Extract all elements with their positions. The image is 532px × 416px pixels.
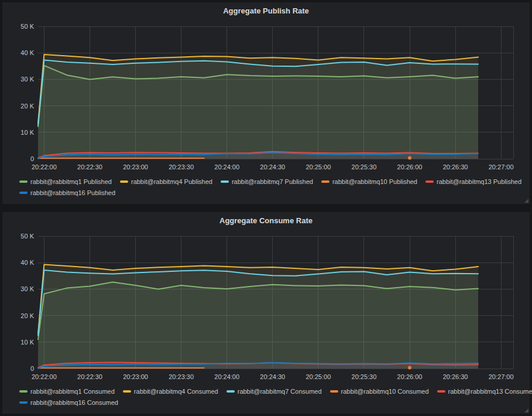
legend-color-swatch-icon — [226, 390, 235, 393]
legend-item[interactable]: rabbit@rabbitmq10 Consumed — [330, 388, 429, 395]
legend-item[interactable]: rabbit@rabbitmq16 Consumed — [19, 399, 118, 406]
legend-label: rabbit@rabbitmq4 Consumed — [134, 388, 218, 395]
legend-item[interactable]: rabbit@rabbitmq13 Published — [425, 178, 521, 185]
x-tick-label: 20:25:30 — [341, 163, 387, 171]
legend-item[interactable]: rabbit@rabbitmq7 Consumed — [226, 388, 322, 395]
legend-label: rabbit@rabbitmq16 Consumed — [30, 399, 118, 406]
legend-item[interactable]: rabbit@rabbitmq1 Consumed — [19, 388, 115, 395]
legend-color-swatch-icon — [321, 180, 330, 183]
legend-label: rabbit@rabbitmq10 Consumed — [341, 388, 429, 395]
legend-label: rabbit@rabbitmq7 Consumed — [238, 388, 322, 395]
legend-label: rabbit@rabbitmq7 Published — [232, 178, 313, 185]
legend-color-swatch-icon — [19, 180, 28, 183]
x-tick-label: 20:24:30 — [249, 373, 296, 381]
y-tick-label: 10 K — [2, 129, 34, 137]
legend-item[interactable]: rabbit@rabbitmq1 Published — [19, 178, 112, 185]
panel-title[interactable]: Aggregate Publish Rate — [2, 6, 530, 15]
x-tick-label: 20:25:00 — [295, 373, 342, 381]
legend-row: rabbit@rabbitmq16 Published — [19, 189, 526, 196]
legend-label: rabbit@rabbitmq16 Published — [30, 189, 115, 196]
x-tick-label: 20:23:30 — [158, 163, 205, 171]
series-area — [38, 270, 478, 369]
legend-color-swatch-icon — [19, 401, 28, 404]
legend-color-swatch-icon — [330, 390, 338, 393]
y-tick-label: 30 K — [2, 76, 34, 83]
legend-row: rabbit@rabbitmq1 Consumedrabbit@rabbitmq… — [19, 388, 526, 395]
legend-color-swatch-icon — [425, 180, 434, 183]
series-area — [38, 60, 478, 159]
x-tick-label: 20:24:00 — [204, 373, 250, 381]
time-series-chart[interactable] — [38, 26, 513, 162]
legend-color-swatch-icon — [123, 390, 131, 393]
legend-label: rabbit@rabbitmq1 Consumed — [30, 388, 115, 395]
x-tick-label: 20:24:00 — [204, 163, 250, 171]
x-tick-label: 20:26:00 — [386, 373, 433, 381]
y-tick-label: 40 K — [2, 49, 34, 57]
legend-color-swatch-icon — [120, 180, 128, 183]
panel-resize-handle[interactable] — [524, 199, 528, 203]
legend-color-swatch-icon — [221, 180, 229, 183]
legend-row: rabbit@rabbitmq16 Consumed — [19, 399, 526, 406]
legend-label: rabbit@rabbitmq1 Published — [30, 178, 112, 185]
legend-item[interactable]: rabbit@rabbitmq13 Consumed — [437, 388, 532, 395]
x-tick-label: 20:26:30 — [432, 373, 479, 381]
panel-aggregate-consume-rate: Aggregate Consume Rate 010 K20 K30 K40 K… — [2, 212, 530, 414]
x-tick-label: 20:24:30 — [249, 163, 296, 171]
legend-label: rabbit@rabbitmq4 Published — [131, 178, 212, 185]
legend-row: rabbit@rabbitmq1 Publishedrabbit@rabbitm… — [19, 178, 526, 185]
legend-item[interactable]: rabbit@rabbitmq4 Consumed — [123, 388, 218, 395]
x-tick-label: 20:27:00 — [478, 163, 524, 171]
legend-item[interactable]: rabbit@rabbitmq10 Published — [321, 178, 417, 185]
time-series-chart[interactable] — [38, 236, 513, 372]
x-tick-label: 20:22:00 — [20, 373, 67, 381]
legend-color-swatch-icon — [19, 192, 28, 194]
y-tick-label: 40 K — [2, 259, 34, 267]
y-tick-label: 0 — [2, 155, 34, 163]
x-tick-label: 20:25:30 — [341, 373, 387, 381]
legend-item[interactable]: rabbit@rabbitmq7 Published — [221, 178, 313, 185]
legend-color-swatch-icon — [19, 390, 28, 393]
x-tick-label: 20:23:00 — [112, 163, 159, 171]
grafana-dashboard: Aggregate Publish Rate 010 K20 K30 K40 K… — [0, 0, 532, 416]
panel-title[interactable]: Aggregate Consume Rate — [2, 216, 530, 225]
y-tick-label: 50 K — [2, 23, 34, 30]
legend-item[interactable]: rabbit@rabbitmq4 Published — [120, 178, 212, 185]
x-tick-label: 20:25:00 — [295, 163, 342, 171]
x-tick-label: 20:26:30 — [432, 163, 479, 171]
legend-color-swatch-icon — [437, 390, 445, 393]
y-tick-label: 30 K — [2, 285, 34, 293]
y-tick-label: 10 K — [2, 339, 34, 346]
legend: rabbit@rabbitmq1 Publishedrabbit@rabbitm… — [19, 178, 526, 200]
x-tick-label: 20:26:00 — [386, 163, 433, 171]
x-tick-label: 20:23:00 — [112, 373, 159, 381]
x-tick-label: 20:22:30 — [66, 163, 113, 171]
legend-label: rabbit@rabbitmq13 Consumed — [448, 388, 532, 395]
x-tick-label: 20:23:30 — [158, 373, 205, 381]
legend: rabbit@rabbitmq1 Consumedrabbit@rabbitmq… — [19, 388, 526, 410]
legend-label: rabbit@rabbitmq10 Published — [332, 178, 417, 185]
y-tick-label: 50 K — [2, 233, 34, 240]
legend-item[interactable]: rabbit@rabbitmq16 Published — [19, 189, 115, 196]
y-tick-label: 20 K — [2, 103, 34, 110]
x-tick-label: 20:27:00 — [478, 373, 524, 381]
x-tick-label: 20:22:00 — [20, 163, 67, 171]
legend-label: rabbit@rabbitmq13 Published — [437, 178, 521, 185]
x-tick-label: 20:22:30 — [66, 373, 113, 381]
y-tick-label: 0 — [2, 365, 34, 373]
panel-resize-handle[interactable] — [524, 408, 528, 412]
y-tick-label: 20 K — [2, 312, 34, 320]
panel-aggregate-publish-rate: Aggregate Publish Rate 010 K20 K30 K40 K… — [2, 2, 530, 204]
